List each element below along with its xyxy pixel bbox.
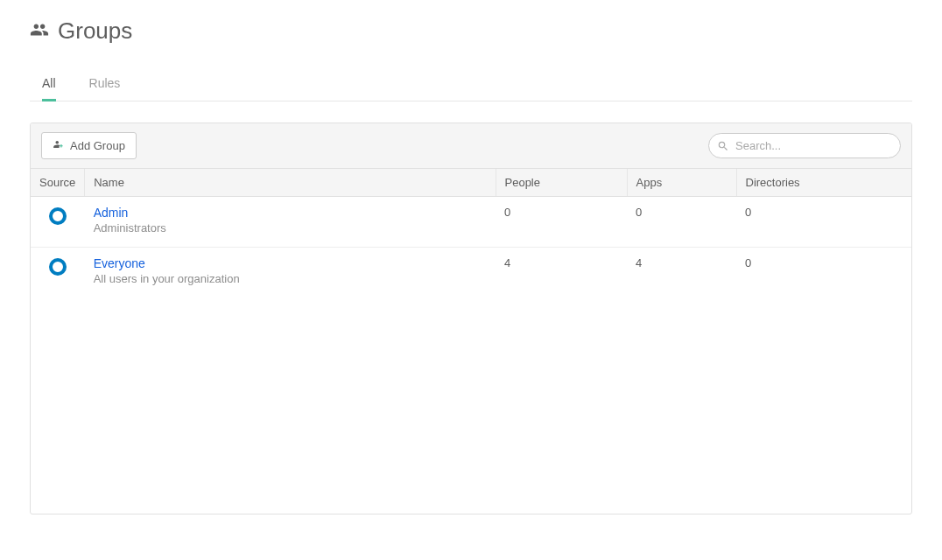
tab-rules[interactable]: Rules xyxy=(89,69,121,102)
add-group-button[interactable]: Add Group xyxy=(41,132,137,159)
add-group-label: Add Group xyxy=(70,139,125,152)
group-name-link[interactable]: Everyone xyxy=(94,256,487,270)
tab-all[interactable]: All xyxy=(42,69,56,102)
tabs: All Rules xyxy=(30,69,912,102)
groups-icon xyxy=(30,20,49,42)
people-cell: 4 xyxy=(496,248,627,298)
directories-cell: 0 xyxy=(736,248,911,298)
groups-panel: Add Group Source Name People Apps Direct… xyxy=(30,122,912,514)
directories-cell: 0 xyxy=(736,197,911,248)
toolbar: Add Group xyxy=(31,123,911,169)
page-title: Groups xyxy=(58,18,132,45)
svg-point-0 xyxy=(51,209,65,223)
svg-point-1 xyxy=(51,260,65,274)
col-people: People xyxy=(496,169,627,197)
col-name: Name xyxy=(85,169,496,197)
table-row: Everyone All users in your organization … xyxy=(31,248,911,298)
source-icon xyxy=(49,207,67,228)
search-input[interactable] xyxy=(708,133,901,158)
col-source: Source xyxy=(31,169,85,197)
source-icon xyxy=(49,258,67,278)
page-header: Groups xyxy=(30,18,912,45)
people-cell: 0 xyxy=(496,197,627,248)
col-directories: Directories xyxy=(736,169,911,197)
apps-cell: 0 xyxy=(627,197,736,248)
add-group-icon xyxy=(53,138,65,153)
groups-table: Source Name People Apps Directories Admi… xyxy=(31,169,911,298)
table-row: Admin Administrators 0 0 0 xyxy=(31,197,911,248)
group-description: Administrators xyxy=(94,221,487,234)
col-apps: Apps xyxy=(627,169,736,197)
search-wrap xyxy=(708,133,901,158)
group-name-link[interactable]: Admin xyxy=(94,206,487,220)
group-description: All users in your organization xyxy=(94,272,487,285)
apps-cell: 4 xyxy=(627,248,736,298)
